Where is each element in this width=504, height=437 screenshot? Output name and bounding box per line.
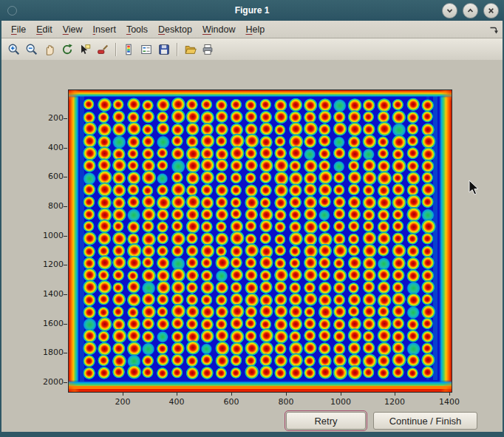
y-tick-label: 1800 [35, 348, 64, 357]
y-tick [64, 324, 67, 325]
y-tick [64, 265, 67, 265]
window-body: File Edit View Insert Tools Desktop Wind… [1, 21, 503, 432]
x-tick [177, 392, 177, 396]
brush-button[interactable] [94, 41, 112, 58]
x-tick [123, 392, 123, 396]
y-tick-label: 600 [35, 172, 64, 181]
menu-window[interactable]: Window [197, 21, 240, 37]
y-tick [64, 382, 67, 383]
undock-arrow-icon[interactable] [489, 24, 499, 38]
mouse-cursor [469, 180, 480, 196]
data-cursor-icon [78, 43, 92, 56]
y-tick-label: 200 [35, 113, 64, 123]
y-tick [64, 206, 67, 207]
print-button[interactable] [199, 41, 217, 58]
y-tick-label: 400 [35, 143, 64, 152]
print-icon [201, 43, 214, 56]
menu-bar: File Edit View Insert Tools Desktop Wind… [1, 21, 503, 38]
pan-hand-icon [43, 43, 56, 56]
chevron-up-icon [466, 7, 474, 15]
window-title: Figure 1 [0, 5, 504, 16]
menu-insert[interactable]: Insert [88, 21, 121, 37]
menu-file[interactable]: File [6, 21, 31, 37]
x-tick-label: 1400 [433, 397, 466, 407]
x-tick-label: 1000 [324, 397, 357, 407]
insert-legend-button[interactable] [137, 41, 155, 58]
microarray-image[interactable] [69, 90, 452, 392]
x-tick [286, 392, 287, 396]
x-tick [341, 392, 341, 396]
open-folder-button[interactable] [181, 41, 199, 58]
zoom-in-button[interactable] [5, 41, 23, 58]
menu-help[interactable]: Help [240, 21, 270, 37]
x-tick [449, 392, 450, 396]
menu-tools[interactable]: Tools [121, 21, 153, 37]
menu-view[interactable]: View [58, 21, 88, 37]
menu-edit[interactable]: Edit [31, 21, 58, 37]
continue-finish-button[interactable]: Continue / Finish [373, 412, 477, 430]
rotate-3d-button[interactable] [58, 41, 76, 58]
figure-canvas-area: 200 400 600 800 1000 1200 1400 1600 1800… [1, 60, 503, 432]
y-tick [64, 148, 67, 149]
y-tick-label: 800 [35, 201, 64, 211]
insert-colorbar-button[interactable] [120, 41, 137, 58]
y-tick-label: 1200 [35, 260, 64, 269]
save-icon [157, 43, 171, 56]
insert-colorbar-icon [122, 43, 135, 56]
x-tick [231, 392, 232, 396]
chevron-down-icon [446, 7, 454, 15]
x-tick [395, 392, 395, 396]
save-button[interactable] [155, 41, 173, 58]
titlebar[interactable]: Figure 1 [0, 0, 504, 21]
figure-window: Figure 1 File Edit View Insert Tools Des… [0, 0, 504, 437]
y-tick [64, 118, 67, 119]
close-icon [487, 7, 495, 15]
y-tick [64, 294, 67, 295]
close-button[interactable] [483, 3, 499, 18]
brush-icon [96, 43, 109, 56]
x-tick-label: 800 [270, 397, 302, 407]
y-tick-label: 1600 [35, 319, 64, 328]
rotate-3d-icon [61, 43, 74, 56]
data-cursor-button[interactable] [76, 41, 94, 58]
y-tick [64, 353, 67, 353]
x-tick-label: 1200 [378, 397, 411, 407]
open-folder-icon [183, 43, 197, 56]
toolbar [1, 38, 503, 61]
shade-button[interactable] [442, 3, 457, 18]
x-tick-label: 600 [215, 397, 248, 407]
menu-desktop[interactable]: Desktop [153, 21, 197, 37]
y-tick-label: 1400 [35, 289, 64, 299]
toolbar-separator [177, 43, 177, 56]
zoom-out-button[interactable] [23, 41, 41, 58]
y-tick-label: 1000 [35, 231, 64, 240]
y-tick [64, 236, 67, 237]
y-tick [64, 177, 67, 177]
zoom-in-icon [7, 43, 21, 56]
retry-button[interactable]: Retry [286, 412, 366, 430]
toolbar-separator [115, 43, 116, 56]
x-tick-label: 200 [106, 397, 139, 407]
window-controls [442, 3, 499, 18]
y-tick-label: 2000 [35, 377, 64, 387]
zoom-out-icon [25, 43, 38, 56]
x-tick-label: 400 [160, 397, 193, 407]
pan-button[interactable] [41, 41, 58, 58]
plot-axes[interactable] [68, 89, 452, 393]
maximize-button[interactable] [463, 3, 478, 18]
insert-legend-icon [140, 43, 153, 56]
